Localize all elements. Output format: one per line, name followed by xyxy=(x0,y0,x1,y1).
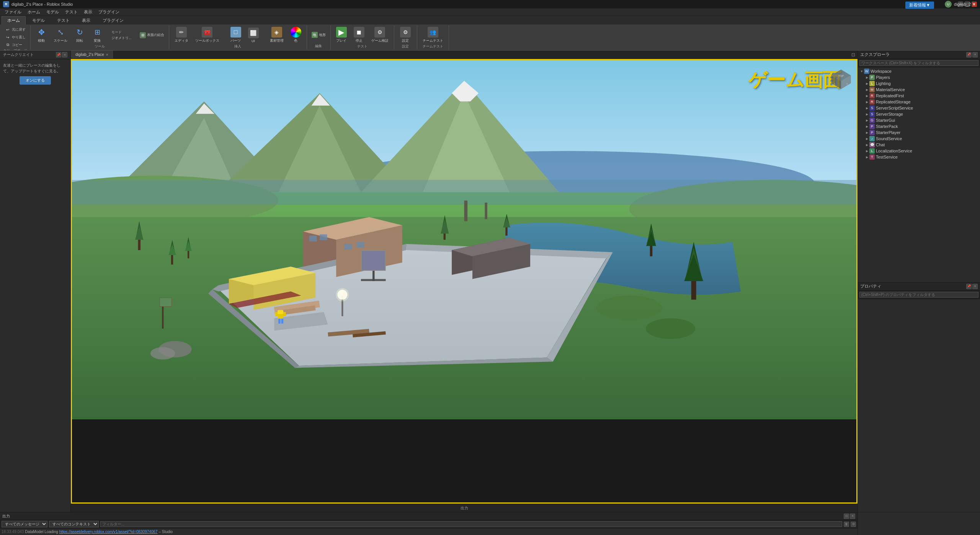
viewport-tab-close[interactable]: ✕ xyxy=(106,53,109,57)
startergui-expand[interactable]: ▶ xyxy=(865,118,869,123)
lighting-expand[interactable]: ▶ xyxy=(865,81,869,86)
terrain-btn[interactable]: 地 地形 xyxy=(310,31,327,38)
team-create-close[interactable]: ✕ xyxy=(62,52,67,57)
starterplayer-expand[interactable]: ▶ xyxy=(865,130,869,135)
explorer-filter[interactable] xyxy=(858,59,980,67)
tree-item-lighting[interactable]: ▶ L Lighting xyxy=(858,80,980,87)
viewport-tabs: digilab_2's Place ✕ ⊡ xyxy=(71,51,858,59)
tools-buttons: ✥ 移動 ⤡ スケール ↻ 回転 ⊞ 変換 モード ジオメトリ... xyxy=(33,26,167,44)
redo-btn[interactable]: ↪ やり直し xyxy=(3,34,27,41)
menu-model[interactable]: モデル xyxy=(43,8,62,16)
explorer-pin[interactable]: 📌 xyxy=(966,52,972,57)
tree-item-sound[interactable]: ▶ ♪ SoundService xyxy=(858,136,980,142)
tree-item-startergui[interactable]: ▶ G StarterGui xyxy=(858,117,980,123)
menu-test[interactable]: テスト xyxy=(62,8,81,16)
menu-bar: ファイル ホーム モデル テスト 表示 プラグイン xyxy=(0,8,980,16)
part-icon: □ xyxy=(230,27,241,38)
game-test-btn[interactable]: ⚙ ゲーム検証 xyxy=(368,26,392,44)
starterpack-expand[interactable]: ▶ xyxy=(865,124,869,129)
serverstorage-expand[interactable]: ▶ xyxy=(865,112,869,116)
output-icon1[interactable]: ⊡ xyxy=(844,514,849,519)
tree-item-starterplayer[interactable]: ▶ P StarterPlayer xyxy=(858,129,980,136)
tab-model[interactable]: モデル xyxy=(26,16,51,25)
ribbon-settings: ⚙ 設定 設定 xyxy=(394,25,417,49)
part-btn[interactable]: □ パーツ xyxy=(227,26,244,44)
tab-view[interactable]: 表示 xyxy=(76,16,96,25)
test-expand[interactable]: ▶ xyxy=(865,155,869,159)
tree-item-replicatedstorage[interactable]: ▶ R ReplicatedStorage xyxy=(858,99,980,105)
explorer-filter-input[interactable] xyxy=(859,60,978,66)
output-filter-input[interactable] xyxy=(100,521,842,527)
output-contexts-select[interactable]: すべてのコンテキスト xyxy=(49,521,99,527)
move-btn[interactable]: ✥ 移動 xyxy=(33,26,50,44)
explorer-close[interactable]: ✕ xyxy=(972,52,978,57)
play-btn[interactable]: ▶ プレイ xyxy=(333,26,350,44)
sound-expand[interactable]: ▶ xyxy=(865,136,869,141)
output-messages-select[interactable]: すべてのメッセージ xyxy=(2,521,47,527)
tree-item-locale[interactable]: ▶ L LocalizationService xyxy=(858,148,980,154)
menu-file[interactable]: ファイル xyxy=(2,8,24,16)
redo-icon: ↪ xyxy=(5,34,11,40)
tab-plugin[interactable]: プラグイン xyxy=(97,16,129,25)
viewport-maximize-btn[interactable]: ⊡ xyxy=(849,52,858,57)
stop-btn[interactable]: ■ 停止 xyxy=(351,26,368,44)
properties-pin[interactable]: 📌 xyxy=(966,284,972,289)
viewport[interactable]: ゲーム画面 TOP L R xyxy=(71,59,858,504)
tree-item-serverscript[interactable]: ▶ S ServerScriptService xyxy=(858,105,980,111)
replicatedstorage-expand[interactable]: ▶ xyxy=(865,100,869,104)
tree-item-replicatedfirst[interactable]: ▶ R ReplicatedFirst xyxy=(858,93,980,99)
menu-view[interactable]: 表示 xyxy=(81,8,95,16)
undo-btn[interactable]: ↩ 元に戻す xyxy=(3,26,27,33)
team-create-pin[interactable]: 📌 xyxy=(56,52,61,57)
ribbon-edit: 地 地形 編集 xyxy=(307,25,331,49)
editor-btn[interactable]: ✏ エディタ xyxy=(172,26,191,44)
toolbox-btn[interactable]: 🧰 ツールボックス xyxy=(192,26,222,44)
copy-btn[interactable]: ⧉ コピー xyxy=(3,41,27,48)
output-clear[interactable]: 🗑 xyxy=(844,522,849,527)
properties-filter-input[interactable] xyxy=(859,292,978,298)
nav-cube[interactable]: TOP L R xyxy=(830,68,853,91)
material-expand[interactable]: ▶ xyxy=(865,87,869,92)
serverscript-expand[interactable]: ▶ xyxy=(865,106,869,110)
enable-button[interactable]: オンにする xyxy=(20,76,51,85)
color-btn[interactable]: 色 xyxy=(287,26,304,44)
players-expand[interactable]: ▶ xyxy=(865,75,869,80)
output-link[interactable]: https://assetdelivery.roblox.com/v1/asse… xyxy=(59,530,158,534)
workspace-expand[interactable]: ▼ xyxy=(859,69,864,74)
properties-filter[interactable] xyxy=(858,291,980,299)
tree-item-players[interactable]: ▶ P Players xyxy=(858,74,980,80)
tree-item-workspace[interactable]: ▼ W Workspace xyxy=(858,68,980,74)
status-label: 出力 xyxy=(461,506,468,511)
menu-plugin[interactable]: プラグイン xyxy=(95,8,122,16)
bottom-section: 出力 ⊡ ✕ すべてのメッセージ すべてのコンテキスト 🗑 ⚙ 18:33:49… xyxy=(0,512,980,535)
replicatedstorage-icon: R xyxy=(869,99,875,105)
scale-btn[interactable]: ⤡ スケール xyxy=(51,26,70,44)
viewport-tab-place[interactable]: digilab_2's Place ✕ xyxy=(71,51,114,59)
rotate-btn[interactable]: ↻ 回転 xyxy=(71,26,88,44)
team-test-btn[interactable]: 👥 チームテスト xyxy=(420,26,446,44)
tab-test[interactable]: テスト xyxy=(51,16,75,25)
tree-item-starterpack[interactable]: ▶ P StarterPack xyxy=(858,123,980,129)
locale-expand[interactable]: ▶ xyxy=(865,149,869,153)
workspace-label: Workspace xyxy=(871,69,892,74)
material-icon: ◈ xyxy=(271,27,282,38)
locale-label: LocalizationService xyxy=(876,149,912,153)
surface-btn[interactable]: ⊞ 表面の結合 xyxy=(138,32,166,39)
chat-expand[interactable]: ▶ xyxy=(865,142,869,147)
properties-close[interactable]: ✕ xyxy=(972,284,978,289)
replicatedfirst-expand[interactable]: ▶ xyxy=(865,93,869,98)
notification-btn[interactable]: 新着情報▼ xyxy=(905,2,934,9)
ui-btn[interactable]: ⬜ UI xyxy=(245,27,262,44)
copy-icon: ⧉ xyxy=(5,42,11,48)
tab-home[interactable]: ホーム xyxy=(2,16,26,25)
tree-item-chat[interactable]: ▶ 💬 Chat xyxy=(858,142,980,148)
transform-btn[interactable]: ⊞ 変換 xyxy=(89,26,106,44)
tree-item-material[interactable]: ▶ M MaterialService xyxy=(858,87,980,93)
settings-btn[interactable]: ⚙ 設定 xyxy=(397,26,414,44)
tree-item-test[interactable]: ▶ T TestService xyxy=(858,154,980,160)
output-settings[interactable]: ⚙ xyxy=(851,522,856,527)
output-close[interactable]: ✕ xyxy=(850,514,855,519)
tree-item-serverstorage[interactable]: ▶ S ServerStorage xyxy=(858,111,980,117)
menu-home[interactable]: ホーム xyxy=(24,8,43,16)
material-btn[interactable]: ◈ 素材管理 xyxy=(267,26,287,44)
